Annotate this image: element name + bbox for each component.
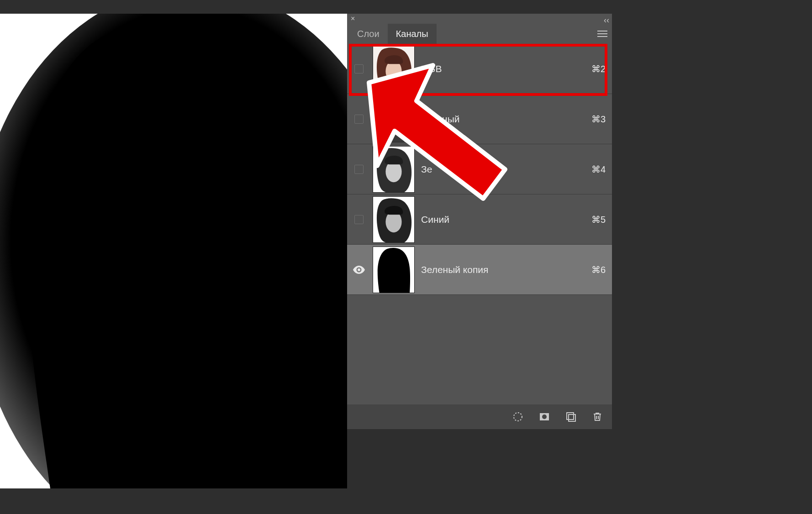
channel-thumbnail <box>373 96 415 142</box>
svg-point-10 <box>358 268 360 271</box>
document-canvas[interactable] <box>0 14 347 488</box>
svg-point-12 <box>514 413 522 421</box>
visibility-toggle[interactable] <box>352 165 366 174</box>
channel-list: RGB ⌘2 Красный ⌘3 <box>347 44 612 404</box>
load-selection-icon[interactable] <box>512 411 523 422</box>
channel-name: Красный <box>421 114 591 125</box>
channel-shortcut: ⌘4 <box>591 164 606 175</box>
channel-thumbnail <box>373 146 415 193</box>
channel-name: Зе <box>421 164 591 175</box>
visibility-toggle[interactable] <box>352 64 366 73</box>
new-channel-icon[interactable] <box>565 411 576 422</box>
close-panel-icon[interactable]: × <box>351 15 355 22</box>
channel-row-green-copy[interactable]: Зеленый копия ⌘6 <box>347 245 612 295</box>
channels-panel: × Слои Каналы RG <box>347 14 612 429</box>
channel-row-rgb[interactable]: RGB ⌘2 <box>347 44 612 94</box>
channel-thumbnail <box>373 196 415 243</box>
save-as-mask-icon[interactable] <box>539 411 550 422</box>
panel-tabs: Слои Каналы <box>347 24 612 44</box>
visibility-toggle[interactable] <box>352 115 366 124</box>
eye-icon <box>353 266 365 274</box>
channel-shortcut: ⌘3 <box>591 114 606 125</box>
visibility-toggle[interactable] <box>352 215 366 224</box>
channel-thumbnail <box>373 46 415 92</box>
channel-shortcut: ⌘5 <box>591 214 606 225</box>
channel-name: Синий <box>421 214 591 225</box>
channel-name: Зеленый копия <box>421 264 591 275</box>
tab-layers[interactable]: Слои <box>349 24 388 44</box>
svg-rect-16 <box>569 414 575 421</box>
channel-row-blue[interactable]: Синий ⌘5 <box>347 194 612 245</box>
svg-point-14 <box>542 414 547 419</box>
svg-rect-15 <box>567 413 574 420</box>
collapse-panel-icon[interactable]: ‹‹ <box>604 16 609 25</box>
visibility-off-icon <box>354 215 364 224</box>
panel-menu-icon[interactable] <box>597 24 607 44</box>
channel-name: RGB <box>421 63 591 74</box>
channel-row-red[interactable]: Красный ⌘3 <box>347 94 612 144</box>
visibility-off-icon <box>354 64 364 73</box>
tab-channels[interactable]: Каналы <box>388 24 437 44</box>
visibility-off-icon <box>354 165 364 174</box>
visibility-toggle[interactable] <box>352 266 366 274</box>
channel-shortcut: ⌘2 <box>591 63 606 74</box>
channel-row-green[interactable]: Зе ⌘4 <box>347 144 612 194</box>
panel-footer <box>347 404 612 429</box>
channel-shortcut: ⌘6 <box>591 264 606 275</box>
trash-icon[interactable] <box>592 411 603 422</box>
channel-thumbnail <box>373 247 415 293</box>
visibility-off-icon <box>354 115 364 124</box>
